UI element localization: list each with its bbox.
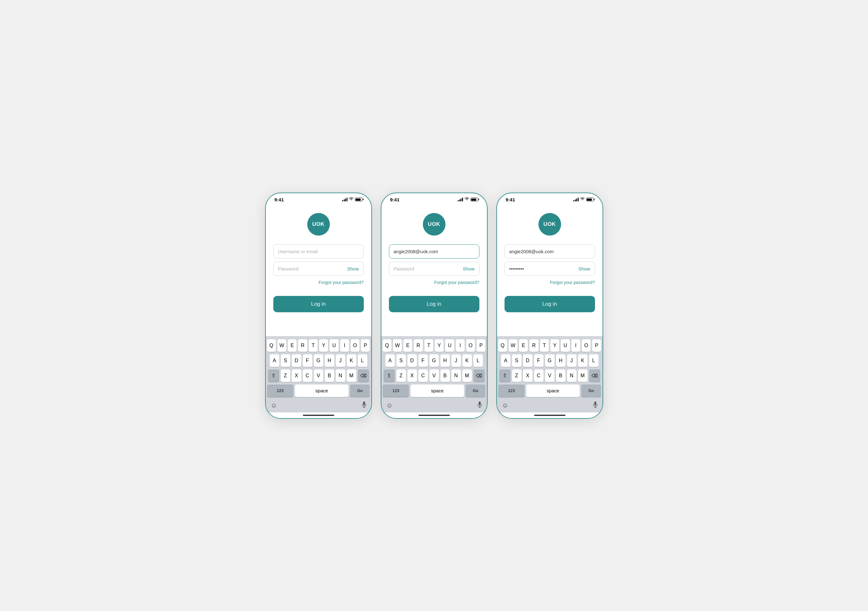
show-password-button[interactable]: Show bbox=[578, 266, 590, 271]
backspace-key[interactable]: ⌫ bbox=[473, 369, 485, 382]
key-c[interactable]: C bbox=[534, 369, 544, 382]
key-s[interactable]: S bbox=[281, 354, 290, 367]
key-z[interactable]: Z bbox=[512, 369, 521, 382]
key-o[interactable]: O bbox=[466, 339, 475, 352]
key-a[interactable]: A bbox=[501, 354, 510, 367]
key-g[interactable]: G bbox=[314, 354, 323, 367]
emoji-icon[interactable]: ☺ bbox=[386, 402, 393, 409]
key-y[interactable]: Y bbox=[319, 339, 328, 352]
key-v[interactable]: V bbox=[545, 369, 555, 382]
key-h[interactable]: H bbox=[556, 354, 566, 367]
key-h[interactable]: H bbox=[325, 354, 334, 367]
space-key[interactable]: space bbox=[411, 385, 464, 397]
shift-key[interactable]: ⇧ bbox=[384, 369, 395, 382]
key-x[interactable]: X bbox=[523, 369, 533, 382]
key-w[interactable]: W bbox=[393, 339, 402, 352]
key-e[interactable]: E bbox=[288, 339, 296, 352]
key-f[interactable]: F bbox=[418, 354, 428, 367]
key-q[interactable]: Q bbox=[267, 339, 276, 352]
key-i[interactable]: I bbox=[572, 339, 580, 352]
key-m[interactable]: M bbox=[462, 369, 472, 382]
password-input[interactable] bbox=[278, 266, 347, 271]
key-u[interactable]: U bbox=[561, 339, 570, 352]
numbers-key[interactable]: 123 bbox=[383, 385, 409, 397]
key-t[interactable]: T bbox=[425, 339, 433, 352]
key-n[interactable]: N bbox=[567, 369, 577, 382]
forgot-password-link[interactable]: Forgot your password? bbox=[505, 279, 595, 285]
key-j[interactable]: J bbox=[567, 354, 577, 367]
go-key[interactable]: Go bbox=[466, 385, 486, 397]
key-t[interactable]: T bbox=[309, 339, 318, 352]
password-input[interactable] bbox=[509, 266, 578, 271]
key-w[interactable]: W bbox=[508, 339, 518, 352]
show-password-button[interactable]: Show bbox=[347, 266, 359, 271]
key-z[interactable]: Z bbox=[397, 369, 406, 382]
key-z[interactable]: Z bbox=[281, 369, 290, 382]
space-key[interactable]: space bbox=[295, 385, 349, 397]
key-k[interactable]: K bbox=[347, 354, 356, 367]
space-key[interactable]: space bbox=[526, 385, 580, 397]
key-e[interactable]: E bbox=[519, 339, 528, 352]
key-q[interactable]: Q bbox=[498, 339, 507, 352]
key-l[interactable]: L bbox=[589, 354, 598, 367]
key-a[interactable]: A bbox=[386, 354, 395, 367]
key-b[interactable]: B bbox=[440, 369, 450, 382]
key-i[interactable]: I bbox=[340, 339, 349, 352]
backspace-key[interactable]: ⌫ bbox=[358, 369, 369, 382]
key-e[interactable]: E bbox=[403, 339, 412, 352]
key-a[interactable]: A bbox=[270, 354, 279, 367]
key-g[interactable]: G bbox=[429, 354, 439, 367]
key-r[interactable]: R bbox=[298, 339, 307, 352]
forgot-password-anchor[interactable]: Forgot your password? bbox=[319, 280, 363, 285]
key-w[interactable]: W bbox=[277, 339, 286, 352]
key-m[interactable]: M bbox=[347, 369, 356, 382]
key-k[interactable]: K bbox=[462, 354, 472, 367]
key-f[interactable]: F bbox=[303, 354, 312, 367]
username-input[interactable] bbox=[389, 244, 479, 259]
key-c[interactable]: C bbox=[418, 369, 428, 382]
key-j[interactable]: J bbox=[336, 354, 345, 367]
forgot-password-link[interactable]: Forgot your password? bbox=[389, 279, 479, 285]
key-p[interactable]: P bbox=[361, 339, 370, 352]
key-d[interactable]: D bbox=[408, 354, 417, 367]
key-y[interactable]: Y bbox=[550, 339, 559, 352]
key-d[interactable]: D bbox=[292, 354, 301, 367]
microphone-icon[interactable] bbox=[362, 402, 366, 409]
numbers-key[interactable]: 123 bbox=[267, 385, 294, 397]
login-button[interactable]: Log in bbox=[273, 296, 364, 312]
shift-key[interactable]: ⇧ bbox=[268, 369, 279, 382]
key-i[interactable]: I bbox=[456, 339, 465, 352]
key-f[interactable]: F bbox=[534, 354, 544, 367]
key-u[interactable]: U bbox=[330, 339, 338, 352]
key-n[interactable]: N bbox=[451, 369, 461, 382]
key-s[interactable]: S bbox=[512, 354, 521, 367]
key-r[interactable]: R bbox=[414, 339, 423, 352]
key-u[interactable]: U bbox=[445, 339, 454, 352]
key-g[interactable]: G bbox=[545, 354, 555, 367]
go-key[interactable]: Go bbox=[581, 385, 601, 397]
forgot-password-anchor[interactable]: Forgot your password? bbox=[434, 280, 479, 285]
emoji-icon[interactable]: ☺ bbox=[502, 402, 508, 409]
key-s[interactable]: S bbox=[397, 354, 406, 367]
go-key[interactable]: Go bbox=[350, 385, 370, 397]
key-b[interactable]: B bbox=[556, 369, 566, 382]
key-l[interactable]: L bbox=[358, 354, 367, 367]
numbers-key[interactable]: 123 bbox=[498, 385, 525, 397]
key-v[interactable]: V bbox=[429, 369, 439, 382]
forgot-password-link[interactable]: Forgot your password? bbox=[273, 279, 364, 285]
key-r[interactable]: R bbox=[529, 339, 538, 352]
backspace-key[interactable]: ⌫ bbox=[589, 369, 600, 382]
microphone-icon[interactable] bbox=[593, 402, 598, 409]
microphone-icon[interactable] bbox=[477, 402, 482, 409]
show-password-button[interactable]: Show bbox=[463, 266, 475, 271]
key-h[interactable]: H bbox=[440, 354, 450, 367]
password-input[interactable] bbox=[394, 266, 463, 271]
key-q[interactable]: Q bbox=[383, 339, 391, 352]
username-input[interactable] bbox=[273, 244, 364, 259]
key-y[interactable]: Y bbox=[435, 339, 443, 352]
key-v[interactable]: V bbox=[314, 369, 323, 382]
key-p[interactable]: P bbox=[477, 339, 485, 352]
key-t[interactable]: T bbox=[540, 339, 549, 352]
key-c[interactable]: C bbox=[303, 369, 312, 382]
key-m[interactable]: M bbox=[578, 369, 587, 382]
